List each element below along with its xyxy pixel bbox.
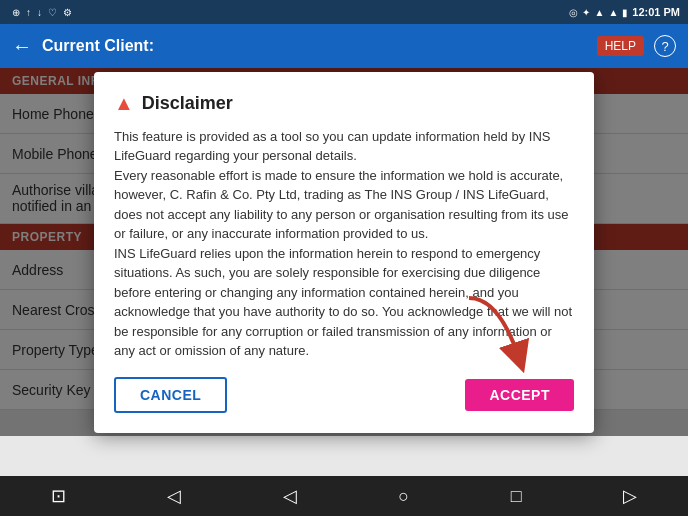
- volume-up-icon[interactable]: ▷: [623, 485, 637, 507]
- accept-button[interactable]: ACCEPT: [465, 379, 574, 411]
- camera-icon[interactable]: ⊡: [51, 485, 66, 507]
- modal-title-row: ▲ Disclaimer: [114, 92, 574, 115]
- status-icons-right: ◎ ✦ ▲ ▲ ▮: [569, 7, 628, 18]
- status-time: 12:01 PM: [632, 6, 680, 18]
- modal-overlay: ▲ Disclaimer This feature is provided as…: [0, 68, 688, 436]
- cancel-button[interactable]: CANCEL: [114, 377, 227, 413]
- download-icon: ↑: [26, 7, 31, 18]
- modal-body: This feature is provided as a tool so yo…: [114, 127, 574, 361]
- settings-icon: ⚙: [63, 7, 72, 18]
- question-button[interactable]: ?: [654, 35, 676, 57]
- alarm-icon: ♡: [48, 7, 57, 18]
- nav-title: Current Client:: [42, 37, 587, 55]
- location-icon: ⊕: [12, 7, 20, 18]
- modal-body-text: This feature is provided as a tool so yo…: [114, 129, 572, 359]
- back-nav-icon[interactable]: ◁: [283, 485, 297, 507]
- help-button[interactable]: HELP: [597, 36, 644, 56]
- disclaimer-dialog: ▲ Disclaimer This feature is provided as…: [94, 72, 594, 433]
- modal-title: Disclaimer: [142, 93, 233, 114]
- bottom-nav: ⊡ ◁ ◁ ○ □ ▷: [0, 476, 688, 516]
- gps-icon: ◎: [569, 7, 578, 18]
- upload-icon: ↓: [37, 7, 42, 18]
- warning-icon: ▲: [114, 92, 134, 115]
- battery-icon: ▮: [622, 7, 628, 18]
- main-content: GENERAL INFO Home Phone Mobile Phone Aut…: [0, 68, 688, 476]
- recents-icon[interactable]: □: [511, 486, 522, 507]
- nav-bar: ← Current Client: HELP ?: [0, 24, 688, 68]
- volume-down-icon[interactable]: ◁: [167, 485, 181, 507]
- status-bar: ⊕ ↑ ↓ ♡ ⚙ ◎ ✦ ▲ ▲ ▮ 12:01 PM: [0, 0, 688, 24]
- status-bar-left: ⊕ ↑ ↓ ♡ ⚙: [8, 7, 565, 18]
- back-button[interactable]: ←: [12, 35, 32, 58]
- wifi-icon: ▲: [608, 7, 618, 18]
- signal-icon: ▲: [594, 7, 604, 18]
- bluetooth-icon: ✦: [582, 7, 590, 18]
- modal-buttons: CANCEL ACCEPT: [114, 377, 574, 413]
- home-icon[interactable]: ○: [398, 486, 409, 507]
